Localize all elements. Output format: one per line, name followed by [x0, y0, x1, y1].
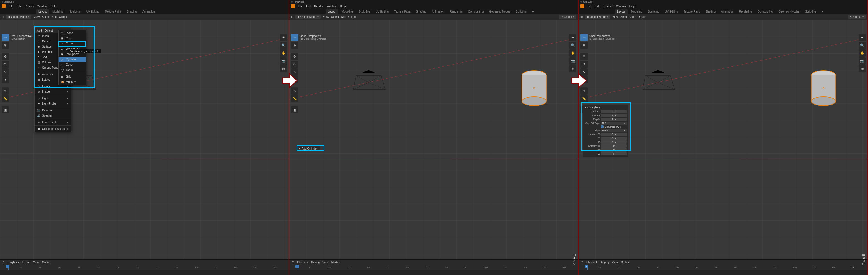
operator-panel-expanded[interactable]: ▾Add Cylinder Vertices32 Radius1 m Depth… [583, 105, 628, 157]
prop-rotx[interactable]: 0° [601, 144, 626, 148]
tab-add[interactable]: + [530, 9, 536, 13]
tool-select[interactable]: ▭ [2, 34, 9, 41]
tl-playback[interactable]: Playback [297, 261, 309, 264]
tool-measure[interactable]: 📏 [291, 95, 298, 102]
hdr-select[interactable]: Select [620, 15, 628, 19]
tab-shading[interactable]: Shading [124, 9, 139, 13]
menu-file[interactable]: File [298, 5, 303, 8]
tool-scale[interactable]: ⤡ [2, 68, 9, 76]
mesh-cone[interactable]: △Cone [59, 62, 86, 67]
tool-move[interactable]: ✥ [580, 53, 588, 60]
tab-sculpting[interactable]: Sculpting [356, 9, 372, 13]
tool-cursor[interactable]: ⊕ [2, 42, 9, 49]
camera-object[interactable] [353, 70, 387, 92]
mesh-plane[interactable]: ▢Plane [59, 30, 86, 36]
prop-depth[interactable]: 2 m [601, 117, 626, 121]
hdr-object[interactable]: Object [638, 15, 646, 19]
tab-uv[interactable]: UV Editing [663, 9, 680, 13]
prop-rotz[interactable]: 0° [601, 152, 626, 156]
prop-align[interactable]: World▾ [601, 129, 626, 132]
mesh-circle[interactable]: ○Circle [59, 41, 86, 46]
prop-roty[interactable]: 0° [601, 148, 626, 151]
timeline[interactable]: 10 20 30 40 50 60 70 80 90 100 110 120 1… [289, 265, 578, 275]
tab-shading[interactable]: Shading [414, 9, 428, 13]
menu-help[interactable]: Help [629, 5, 635, 8]
tab-render[interactable]: Rendering [737, 9, 754, 13]
prop-locx[interactable]: 0 m [601, 133, 626, 136]
tab-anim[interactable]: Animation [719, 9, 736, 13]
menu-edit[interactable]: Edit [595, 5, 600, 8]
prop-genuv-check[interactable]: ✓ [601, 126, 604, 128]
tl-playback[interactable]: Playback [8, 261, 19, 264]
gizmo-pan[interactable]: ✋ [569, 49, 577, 57]
tab-layout[interactable]: Layout [36, 9, 49, 13]
mode-select[interactable]: ■Object Mode▾ [296, 15, 321, 19]
tool-addcube[interactable]: ▣ [2, 106, 9, 113]
menu-render[interactable]: Render [25, 5, 34, 8]
mesh-monkey[interactable]: 🐵Monkey [59, 79, 86, 84]
tab-layout[interactable]: Layout [326, 9, 338, 13]
tl-keying[interactable]: Keying [311, 261, 320, 264]
hdr-view[interactable]: View [323, 15, 329, 19]
camera-object[interactable] [643, 70, 676, 92]
add-collection[interactable]: ▣Collection Instance▸ [35, 126, 71, 132]
tool-annotate[interactable]: ✎ [2, 87, 9, 95]
chevron-down-icon[interactable]: ▾ [585, 106, 586, 109]
gizmo-camera[interactable]: 📷 [280, 57, 287, 65]
menu-file[interactable]: File [9, 5, 13, 8]
tool-transform[interactable]: ✦ [2, 76, 9, 83]
hdr-view[interactable]: View [612, 15, 618, 19]
hdr-select[interactable]: Select [331, 15, 339, 19]
cylinder-object[interactable] [520, 70, 548, 106]
mesh-grid[interactable]: ▦Grid [59, 74, 86, 79]
tl-keying[interactable]: Keying [22, 261, 31, 264]
tool-move[interactable]: ✥ [291, 53, 298, 60]
menu-help[interactable]: Help [340, 5, 346, 8]
prop-capfill[interactable]: N-Gon▾ [601, 122, 626, 125]
gizmo-persp[interactable]: ▦ [569, 65, 577, 72]
viewport-3d[interactable]: User Perspective (1) Collection | Cylind… [579, 20, 867, 262]
prop-vertices[interactable]: 32 [601, 110, 626, 113]
tab-anim[interactable]: Animation [430, 9, 446, 13]
hdr-object[interactable]: Object [59, 15, 67, 19]
menu-window[interactable]: Window [327, 5, 337, 8]
tab-sculpting[interactable]: Sculpting [646, 9, 661, 13]
gizmo-persp[interactable]: ▦ [859, 65, 866, 72]
tl-marker[interactable]: Marker [621, 261, 629, 264]
playhead[interactable] [587, 265, 588, 270]
gizmo-zoom[interactable]: 🔍 [859, 42, 866, 49]
gizmo-pan[interactable]: ✋ [859, 49, 866, 57]
menu-file[interactable]: File [588, 5, 592, 8]
hdr-add[interactable]: Add [341, 15, 346, 19]
tl-view[interactable]: View [612, 261, 618, 264]
tab-comp[interactable]: Compositing [466, 9, 486, 13]
tool-select[interactable]: ▭ [291, 34, 298, 41]
cylinder-object[interactable] [810, 70, 837, 106]
editor-type-icon[interactable]: ⊞ [2, 15, 4, 19]
gizmo-camera[interactable]: 📷 [569, 57, 577, 65]
hdr-object[interactable]: Object [348, 15, 356, 19]
gizmo-zoom[interactable]: 🔍 [280, 42, 287, 49]
viewport-3d[interactable]: User Perspective (1) Collection | Cylind… [289, 20, 578, 262]
menu-edit[interactable]: Edit [306, 5, 311, 8]
operator-panel-collapsed[interactable]: ▸ Add Cylinder [298, 146, 320, 151]
add-image[interactable]: ▧Image▸ [35, 89, 71, 94]
gizmo-zoom[interactable]: 🔍 [569, 42, 577, 49]
tool-addcube[interactable]: ▣ [291, 106, 298, 113]
tool-cursor[interactable]: ⊕ [580, 42, 588, 49]
tool-rotate[interactable]: ⟳ [2, 61, 9, 68]
tl-keying[interactable]: Keying [601, 261, 609, 264]
tab-uv[interactable]: UV Editing [373, 9, 391, 13]
tab-sculpting[interactable]: Sculpting [67, 9, 83, 13]
tab-texture[interactable]: Texture Paint [392, 9, 412, 13]
hdr-add[interactable]: Add [52, 15, 57, 19]
tab-texture[interactable]: Texture Paint [681, 9, 702, 13]
playhead[interactable] [298, 265, 298, 270]
hdr-add[interactable]: Add [630, 15, 636, 19]
menu-window[interactable]: Window [616, 5, 626, 8]
tab-modeling[interactable]: Modeling [339, 9, 355, 13]
tab-add[interactable]: + [819, 9, 826, 13]
timeline[interactable]: 10 20 30 40 50 60 70 80 90 100 110 120 1… [579, 265, 867, 275]
viewport-3d[interactable]: User Perspective (1) Collection ▭ ⊕ ✥ ⟳ … [0, 20, 289, 262]
orientation-select[interactable]: ⚲Global▾ [848, 15, 866, 19]
